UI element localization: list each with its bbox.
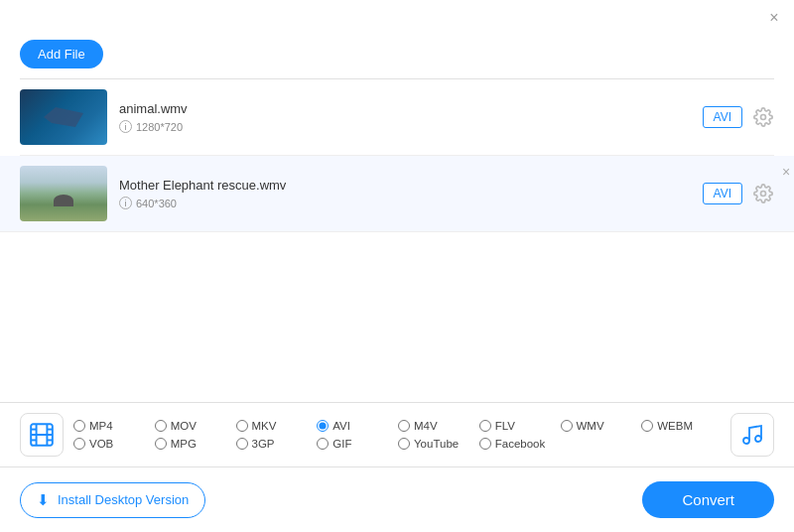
file-item: Mother Elephant rescue.wmv i 640*360 AVI…	[0, 156, 794, 232]
svg-point-10	[743, 438, 749, 444]
format-radio-mkv[interactable]	[236, 420, 248, 432]
format-option-webm[interactable]: WEBM	[641, 420, 721, 432]
format-option-flv[interactable]: FLV	[479, 420, 559, 432]
format-radio-wmv[interactable]	[561, 420, 573, 432]
file-thumbnail	[20, 166, 107, 221]
header: Add File	[0, 36, 794, 78]
format-radio-webm[interactable]	[641, 420, 653, 432]
film-icon	[29, 422, 55, 448]
format-label-mkv: MKV	[252, 420, 277, 432]
format-option-gif[interactable]: GIF	[317, 438, 396, 450]
format-radio-youtube[interactable]	[398, 438, 410, 450]
format-label-facebook: Facebook	[495, 438, 546, 450]
format-label-3gp: 3GP	[252, 438, 275, 450]
audio-format-icon-button[interactable]	[730, 413, 774, 457]
format-label-mpg: MPG	[171, 438, 197, 450]
format-option-wmv[interactable]: WMV	[561, 420, 640, 432]
format-option-mov[interactable]: MOV	[155, 420, 234, 432]
format-option-3gp[interactable]: 3GP	[236, 438, 316, 450]
file-list: animal.wmv i 1280*720 AVI Mother Elephan…	[0, 79, 794, 232]
file-actions: AVI	[703, 183, 774, 204]
file-info: Mother Elephant rescue.wmv i 640*360	[107, 178, 703, 209]
title-bar: ×	[0, 0, 794, 36]
footer: ⬇ Install Desktop Version Convert	[0, 467, 794, 532]
video-format-icon-button[interactable]	[20, 413, 64, 457]
svg-point-11	[755, 436, 761, 442]
format-label-mp4: MP4	[89, 420, 113, 432]
format-radio-gif[interactable]	[317, 438, 329, 450]
format-label-m4v: M4V	[414, 420, 438, 432]
format-section: MP4MOVMKVAVIM4VFLVWMVWEBMVOBMPG3GPGIFYou…	[0, 402, 794, 467]
music-icon	[740, 423, 764, 447]
format-label-webm: WEBM	[657, 420, 693, 432]
format-badge-button[interactable]: AVI	[703, 106, 742, 128]
file-thumbnail	[20, 89, 107, 145]
install-desktop-button[interactable]: ⬇ Install Desktop Version	[20, 482, 205, 518]
format-label-gif: GIF	[332, 438, 351, 450]
settings-icon[interactable]	[752, 106, 774, 128]
svg-point-1	[761, 192, 766, 197]
format-label-youtube: YouTube	[414, 438, 459, 450]
format-label-mov: MOV	[171, 420, 197, 432]
file-actions: AVI	[703, 106, 774, 128]
add-file-button[interactable]: Add File	[20, 40, 103, 68]
item-close-button[interactable]: ×	[778, 164, 794, 180]
convert-button[interactable]: Convert	[642, 481, 774, 518]
format-option-avi[interactable]: AVI	[317, 420, 396, 432]
format-badge-button[interactable]: AVI	[703, 183, 742, 204]
format-option-mp4[interactable]: MP4	[73, 420, 153, 432]
file-name: Mother Elephant rescue.wmv	[119, 178, 691, 193]
settings-icon[interactable]	[752, 183, 774, 204]
format-radio-mpg[interactable]	[155, 438, 167, 450]
format-radio-mov[interactable]	[155, 420, 167, 432]
format-radio-mp4[interactable]	[73, 420, 85, 432]
file-meta: i 1280*720	[119, 120, 691, 133]
format-label-flv: FLV	[495, 420, 515, 432]
format-grid: MP4MOVMKVAVIM4VFLVWMVWEBMVOBMPG3GPGIFYou…	[73, 420, 721, 450]
file-item: animal.wmv i 1280*720 AVI	[20, 79, 774, 156]
format-radio-facebook[interactable]	[479, 438, 491, 450]
svg-point-0	[761, 115, 766, 120]
format-label-wmv: WMV	[577, 420, 604, 432]
format-option-facebook[interactable]: Facebook	[479, 438, 559, 450]
info-icon: i	[119, 197, 132, 209]
format-option-youtube[interactable]: YouTube	[398, 438, 477, 450]
info-icon: i	[119, 120, 132, 133]
format-radio-3gp[interactable]	[236, 438, 248, 450]
format-label-vob: VOB	[89, 438, 113, 450]
install-label: Install Desktop Version	[58, 492, 189, 507]
format-option-mpg[interactable]: MPG	[155, 438, 234, 450]
download-icon: ⬇	[37, 491, 50, 509]
format-radio-m4v[interactable]	[398, 420, 410, 432]
format-radio-vob[interactable]	[73, 438, 85, 450]
format-radio-flv[interactable]	[479, 420, 491, 432]
format-label-avi: AVI	[332, 420, 350, 432]
file-name: animal.wmv	[119, 101, 691, 116]
file-meta: i 640*360	[119, 197, 691, 209]
file-resolution: 640*360	[136, 198, 177, 209]
format-option-m4v[interactable]: M4V	[398, 420, 477, 432]
format-radio-avi[interactable]	[317, 420, 329, 432]
format-option-vob[interactable]: VOB	[73, 438, 153, 450]
format-option-mkv[interactable]: MKV	[236, 420, 316, 432]
window-close-button[interactable]: ×	[766, 10, 782, 26]
file-resolution: 1280*720	[136, 121, 183, 133]
file-info: animal.wmv i 1280*720	[107, 101, 703, 133]
